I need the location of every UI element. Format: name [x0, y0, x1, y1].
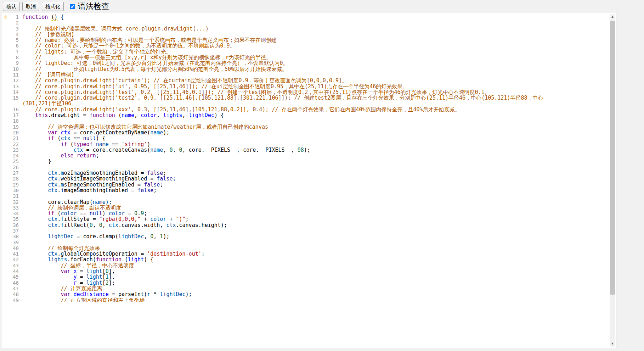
code-line[interactable]: 40 // 绘制每个灯光效果 [1, 245, 616, 251]
code-line-text[interactable]: // 正方形区域的直径和左上角坐标 [21, 297, 554, 302]
code-scroll-area[interactable]: ⚠1function () {2 3 // 绘制灯光/漆黑层效果。调用方式 co… [1, 13, 616, 302]
code-line[interactable]: 34 if (color == null) color = 0.9; [1, 211, 616, 216]
code-line[interactable]: 26 [1, 165, 616, 170]
code-line[interactable]: 24 else return; [1, 153, 616, 158]
code-line[interactable]: 42 lights.forEach(function (light) { [1, 257, 616, 262]
code-line[interactable]: 22 if (typeof name == 'string') [1, 141, 616, 147]
code-line-text[interactable]: ctx.webkitImageSmoothingEnabled = false; [21, 176, 554, 182]
code-line-text[interactable]: ctx.msImageSmoothingEnabled = false; [21, 182, 554, 188]
code-line-text[interactable]: // color: 可选，只能是一个0~1之间的数，为不透明度的值。不填则默认为… [21, 43, 554, 49]
code-line[interactable]: 21 if (ctx == null) { [1, 135, 616, 141]
code-line-text[interactable]: else return; [21, 153, 554, 158]
scroll-down-icon[interactable]: ▼ [610, 341, 615, 346]
code-line-text[interactable]: } [21, 158, 554, 164]
code-line[interactable]: 30 ctx.imageSmoothingEnabled = false; [1, 188, 616, 193]
code-line-text[interactable]: y = light[1], [21, 274, 554, 280]
code-line[interactable]: 38 lightDec = core.clamp(lightDec, 0, 1)… [1, 234, 616, 239]
code-line[interactable]: 33 // 绘制色调层，默认不透明度 [1, 205, 616, 211]
code-line[interactable]: 31 [1, 193, 616, 199]
code-line-text[interactable] [21, 118, 554, 124]
code-line-text[interactable]: // 坐标，半径，中心不透明度 [21, 263, 554, 268]
code-line-text[interactable]: this.drawLight = function (name, color, … [21, 112, 554, 118]
code-line[interactable]: 12 // core.plugin.drawLight('curtain'); … [1, 78, 616, 83]
scrollbar-thumb[interactable] [610, 21, 615, 295]
code-line[interactable]: 29 ctx.msImageSmoothingEnabled = false; [1, 182, 616, 188]
code-line-text[interactable]: if (ctx == null) { [21, 135, 554, 141]
code-line-text[interactable]: ctx.fillRect(0, 0, ctx.canvas.width, ctx… [21, 222, 554, 228]
code-line-text[interactable] [21, 193, 554, 199]
code-line-text[interactable] [21, 165, 554, 170]
code-line[interactable]: 18 [1, 118, 616, 124]
code-line-text[interactable]: // 清空色调层；也可以修改成其它层比如animate/weather层，或者用… [21, 124, 554, 130]
cancel-button[interactable]: 取消 [22, 2, 39, 11]
code-line[interactable]: 41 ctx.globalCompositeOperation = 'desti… [1, 251, 616, 257]
code-line[interactable]: 44 var x = light[0], [1, 268, 616, 274]
code-line[interactable]: 36 ctx.fillRect(0, 0, ctx.canvas.width, … [1, 222, 616, 228]
code-line[interactable]: 9 // lightDec: 可选，0到1之间，光从多少百分比才开始衰减（在此范… [1, 60, 616, 66]
code-line[interactable]: 13 // core.plugin.drawLight('ui', 0.95, … [1, 84, 616, 89]
code-line-text[interactable]: // 【调用样例】 [21, 72, 554, 78]
code-line-text[interactable]: ctx.mozImageSmoothingEnabled = false; [21, 170, 554, 176]
code-line[interactable]: 32 core.clearMap(name); [1, 199, 616, 205]
code-line[interactable]: 39 [1, 240, 616, 245]
code-line-text[interactable]: // lights: 可选，一个数组，定义了每个独立的灯光。 [21, 49, 554, 55]
code-line-text[interactable]: if (color == null) color = 0.9; [21, 211, 554, 216]
code-line-text[interactable]: core.clearMap(name); [21, 199, 554, 205]
code-line[interactable]: ⚠1function () { [1, 14, 616, 20]
code-line[interactable]: 2 [1, 20, 616, 26]
code-line[interactable]: 35 ctx.fillStyle = "rgba(0,0,0," + color… [1, 216, 616, 222]
code-line[interactable]: 16 // core.plugin.drawLight('xxx', 0.3, … [1, 107, 616, 112]
code-line-text[interactable]: // core.plugin.drawLight('ui', 0.95, [[2… [21, 84, 554, 89]
code-line[interactable]: 3 // 绘制灯光/漆黑层效果。调用方式 core.plugin.drawLig… [1, 26, 616, 32]
code-line-text[interactable]: var x = light[0], [21, 268, 554, 274]
code-line[interactable]: 25 } [1, 158, 616, 164]
code-line[interactable]: 5 // name: 必填，要绘制到的画布名；可以是一个系统画布，或者是个自定义… [1, 37, 616, 43]
code-line[interactable]: 11 // 【调用样例】 [1, 72, 616, 78]
code-line-text[interactable]: lights.forEach(function (light) { [21, 257, 554, 262]
code-line[interactable]: 17 this.drawLight = function (name, colo… [1, 112, 616, 118]
code-line-text[interactable]: // 比如lightDec为0.5代表，每个灯光部分内圈50%的范围全亮，50%… [21, 66, 554, 72]
code-line-text[interactable]: ctx.fillStyle = "rgba(0,0,0," + color + … [21, 216, 554, 222]
code-line-text[interactable]: // 绘制灯光/漆黑层效果。调用方式 core.plugin.drawLight… [21, 26, 554, 32]
code-line-text[interactable] [21, 228, 554, 234]
code-line[interactable]: 49 // 正方形区域的直径和左上角坐标 [1, 297, 616, 302]
code-line[interactable]: 27 ctx.mozImageSmoothingEnabled = false; [1, 170, 616, 176]
code-line-text[interactable]: // 绘制色调层，默认不透明度 [21, 205, 554, 211]
code-line-text[interactable]: // core.plugin.drawLight('test', 0.2, [[… [21, 89, 554, 95]
code-line-text[interactable]: ctx.imageSmoothingEnabled = false; [21, 188, 554, 193]
code-line-text[interactable]: // core.plugin.drawLight('test2', 0.9, [… [21, 95, 554, 107]
code-line-text[interactable]: // lightDec: 可选，0到1之间，光从多少百分比才开始衰减（在此范围内… [21, 60, 554, 66]
code-line[interactable]: 10 // 比如lightDec为0.5代表，每个灯光部分内圈50%的范围全亮，… [1, 66, 616, 72]
code-line[interactable]: 45 y = light[1], [1, 274, 616, 280]
code-line[interactable]: 15 // core.plugin.drawLight('test2', 0.9… [1, 95, 616, 107]
code-line-text[interactable] [21, 240, 554, 245]
code-line[interactable]: 4 // 【参数说明】 [1, 32, 616, 37]
code-line-text[interactable]: var decDistance = parseInt(r * lightDec)… [21, 291, 554, 297]
code-line[interactable]: 37 [1, 228, 616, 234]
code-line-text[interactable]: if (typeof name == 'string') [21, 141, 554, 147]
code-line-text[interactable]: // 绘制每个灯光效果 [21, 245, 554, 251]
code-line[interactable]: 20 var ctx = core.getContextByName(name)… [1, 130, 616, 135]
syntax-check-checkbox[interactable] [70, 4, 75, 9]
code-line-text[interactable]: var ctx = core.getContextByName(name); [21, 130, 554, 135]
code-line-text[interactable]: function () { [21, 14, 554, 20]
code-line-text[interactable]: r = light[2]; [21, 280, 554, 286]
code-line-text[interactable]: ctx = core.createCanvas(name, 0, 0, core… [21, 147, 554, 153]
scroll-up-icon[interactable]: ▲ [610, 14, 615, 20]
code-line-text[interactable]: lightDec = core.clamp(lightDec, 0, 1); [21, 234, 554, 239]
code-line-text[interactable]: // 计算衰减距离 [21, 286, 554, 291]
code-line[interactable]: 43 // 坐标，半径，中心不透明度 [1, 263, 616, 268]
code-line-text[interactable]: // 【参数说明】 [21, 32, 554, 37]
code-line-text[interactable]: // name: 必填，要绘制到的画布名；可以是一个系统画布，或者是个自定义画布… [21, 37, 554, 43]
code-line[interactable]: 14 // core.plugin.drawLight('test', 0.2,… [1, 89, 616, 95]
code-line[interactable]: 19 // 清空色调层；也可以修改成其它层比如animate/weather层，… [1, 124, 616, 130]
code-line[interactable]: 23 ctx = core.createCanvas(name, 0, 0, c… [1, 147, 616, 153]
code-line[interactable]: 28 ctx.webkitImageSmoothingEnabled = fal… [1, 176, 616, 182]
code-line-text[interactable]: // core.plugin.drawLight('xxx', 0.3, [[2… [21, 107, 554, 112]
format-button[interactable]: 格式化 [42, 2, 64, 11]
code-line[interactable]: 8 // 其中每一项是三元组 [x,y,r] x和y分别为该灯光的横纵坐标，r为… [1, 55, 616, 60]
confirm-button[interactable]: 确认 [3, 2, 20, 11]
code-line-text[interactable]: // 其中每一项是三元组 [x,y,r] x和y分别为该灯光的横纵坐标，r为该灯… [21, 55, 554, 60]
code-line-text[interactable]: // core.plugin.drawLight('curtain'); // … [21, 78, 554, 83]
code-line[interactable]: 47 // 计算衰减距离 [1, 286, 616, 291]
